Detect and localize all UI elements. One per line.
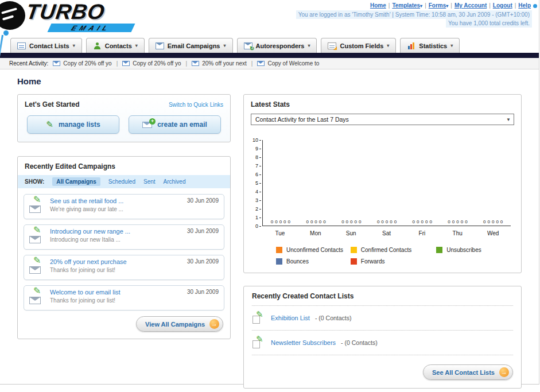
y-tick-label: 7 <box>255 163 261 169</box>
bar-value-label: 0 <box>421 219 424 224</box>
top-nav-logout[interactable]: Logout <box>493 2 512 9</box>
bar-value-label: 0 <box>314 219 317 224</box>
separator: | <box>489 2 491 9</box>
bar-value-label: 0 <box>319 219 321 224</box>
campaign-title-link[interactable]: Introducing our new range ... <box>50 228 130 235</box>
bar-value-label: 0 <box>465 219 467 224</box>
logo-text: TURBO <box>25 0 106 24</box>
chart-x-axis: TueMonSunSatFriThuWed <box>262 226 511 236</box>
legend-swatch <box>351 258 357 265</box>
contact-list-link[interactable]: Exhibition List <box>271 315 310 321</box>
right-column: Latest Stats Contact Activity for the La… <box>243 94 522 389</box>
campaign-item[interactable]: ✎See us at the retail food ...30 Jun 200… <box>24 194 224 219</box>
chevron-down-icon: ▾ <box>73 43 75 48</box>
nav-tab-email-campaigns[interactable]: Email Campaigns▾ <box>149 38 233 53</box>
x-tick-label: Fri <box>404 226 440 236</box>
bar-value-label: 0 <box>359 219 361 224</box>
nav-tab-statistics[interactable]: Statistics▾ <box>400 38 460 53</box>
legend-label: Confirmed Contacts <box>361 247 411 253</box>
envelope-icon <box>53 61 60 66</box>
legend-swatch <box>351 247 357 253</box>
bar-value-labels: 00000 <box>405 219 440 224</box>
create-an-email-button[interactable]: create an email <box>129 115 221 134</box>
recent-activity-item[interactable]: 20% off your next <box>192 60 247 67</box>
bar-value-label: 0 <box>271 219 273 224</box>
top-nav-my-account[interactable]: My Account <box>454 2 487 9</box>
top-nav-home[interactable]: Home <box>370 2 386 9</box>
campaign-item[interactable]: ✎Welcome to our email list30 Jun 2009Tha… <box>24 285 224 311</box>
pencil-icon: ✎ <box>256 310 263 319</box>
see-all-contact-lists-button[interactable]: See All Contact Lists → <box>423 364 513 380</box>
main-nav: Contact Lists▾Contacts▾Email Campaigns▾A… <box>0 36 539 53</box>
campaign-filter-all-campaigns[interactable]: All Campaigns <box>52 177 100 186</box>
bar-value-label: 0 <box>279 219 282 224</box>
nav-tab-contacts[interactable]: Contacts▾ <box>86 38 145 53</box>
bar-value-label: 0 <box>323 219 325 224</box>
bar-value-label: 0 <box>283 219 286 224</box>
envelope-icon <box>192 61 199 66</box>
nav-tab-label: Autoresponders <box>256 42 305 49</box>
separator: | <box>515 2 516 9</box>
get-started-buttons: ✎manage listscreate an email <box>25 115 223 134</box>
envelope-pencil-icon: ✎ <box>29 228 45 246</box>
legend-item: Confirmed Contacts <box>351 247 436 253</box>
legend-swatch <box>436 247 442 253</box>
y-tick-label: 0 <box>255 223 261 229</box>
bar-value-labels: 00000 <box>263 219 298 224</box>
recent-contact-lists-panel: Recently Created Contact Lists ✎Exhibiti… <box>243 286 522 389</box>
pencil-icon: ✎ <box>46 119 53 130</box>
contact-list-item[interactable]: ✎Exhibition List- (0 Contacts) <box>252 311 513 325</box>
campaign-title-link[interactable]: 20% off your next purchase <box>50 258 127 265</box>
campaign-title-link[interactable]: Welcome to our email list <box>50 289 121 296</box>
switch-quick-links-link[interactable]: Switch to Quick Links <box>169 102 223 108</box>
nav-tab-custom-fields[interactable]: Custom Fields▾ <box>321 38 396 53</box>
bar-value-label: 0 <box>500 219 503 224</box>
contact-list-item[interactable]: ✎Newsletter Subscribers- (0 Contacts) <box>252 336 513 350</box>
recent-activity-item[interactable]: Copy of Welcome to <box>257 60 319 67</box>
nav-tab-label: Email Campaigns <box>168 42 220 49</box>
stats-filter-dropdown[interactable]: Contact Activity for the Last 7 Days ▼ <box>251 114 514 125</box>
campaign-item[interactable]: ✎Introducing our new range ...30 Jun 200… <box>24 224 224 250</box>
chevron-down-icon: ▾ <box>308 43 310 48</box>
top-nav-templates[interactable]: Templates ▾ <box>392 2 422 9</box>
bar-value-labels: 00000 <box>475 219 511 224</box>
get-started-panel: Let's Get Started Switch to Quick Links … <box>17 94 231 142</box>
bar-value-label: 0 <box>275 219 277 224</box>
top-nav-forms[interactable]: Forms ▾ <box>429 2 449 9</box>
nav-tab-contact-lists[interactable]: Contact Lists▾ <box>10 38 82 53</box>
contact-list-link[interactable]: Newsletter Subscribers <box>271 339 336 346</box>
bar-value-labels: 00000 <box>298 219 334 224</box>
nav-tab-label: Custom Fields <box>340 42 383 49</box>
logo-strip: EMAIL <box>48 24 135 32</box>
left-column: Let's Get Started Switch to Quick Links … <box>17 94 231 339</box>
campaign-filter-archived[interactable]: Archived <box>164 178 186 185</box>
email-campaigns-icon <box>156 42 164 49</box>
legend-item: Unconfirmed Contacts <box>276 247 351 253</box>
campaign-text: Welcome to our email list30 Jun 2009Than… <box>50 289 219 307</box>
nav-underbar <box>0 53 539 58</box>
recent-activity-item[interactable]: Copy of 20% off yo <box>53 60 111 67</box>
campaign-subtitle: Thanks for joining our list! <box>50 297 219 304</box>
campaign-title-link[interactable]: See us at the retail food ... <box>50 197 123 204</box>
manage-lists-button[interactable]: ✎manage lists <box>27 115 119 134</box>
recent-activity-list: Copy of 20% off yo|Copy of 20% off yo|20… <box>53 60 319 67</box>
campaign-filter-bar: SHOW: All CampaignsScheduledSentArchived <box>18 175 230 188</box>
y-tick-label: 6 <box>255 172 261 177</box>
nav-tab-autoresponders[interactable]: Autoresponders▾ <box>237 38 317 53</box>
chart-category-group: 00000 <box>298 140 334 226</box>
page: TURBO EMAIL Home|Templates ▾|Forms ▾|My … <box>0 0 539 385</box>
view-all-campaigns-button[interactable]: View All Campaigns → <box>136 316 223 332</box>
recent-activity-label: Recent Activity: <box>9 60 48 67</box>
envelope-icon <box>29 297 41 304</box>
campaign-item[interactable]: ✎20% off your next purchase30 Jun 2009Th… <box>24 255 224 280</box>
legend-label: Bounces <box>286 258 309 265</box>
campaign-filter-sent[interactable]: Sent <box>143 178 156 185</box>
bar-value-label: 0 <box>355 219 357 224</box>
view-all-campaigns-label: View All Campaigns <box>145 321 205 328</box>
campaign-text: 20% off your next purchase30 Jun 2009Tha… <box>50 258 219 277</box>
top-nav-help[interactable]: Help <box>518 2 531 9</box>
recent-activity-item[interactable]: Copy of 20% off yo <box>122 60 181 67</box>
contact-lists-title: Recently Created Contact Lists <box>252 292 513 300</box>
campaign-filter-scheduled[interactable]: Scheduled <box>108 178 135 185</box>
chevron-down-icon: ▾ <box>450 43 453 48</box>
